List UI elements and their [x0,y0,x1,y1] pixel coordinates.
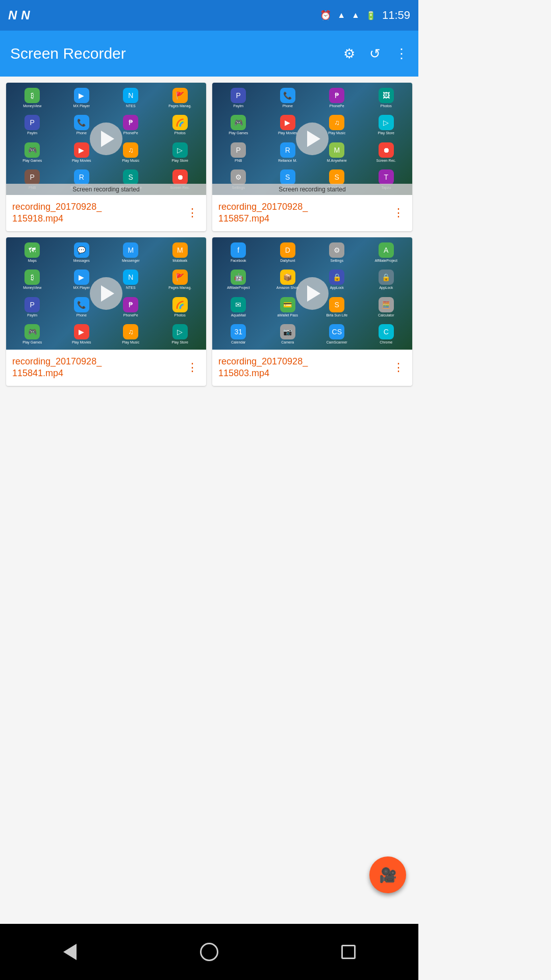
thumbnail-3[interactable]: 🗺Maps 💬Messages MMessenger MMobikwik ₿Mo… [6,237,206,350]
home-icon [200,943,218,961]
recording-banner-1: Screen recording started [6,184,206,195]
signal-icon-2: ▲ [352,11,360,20]
recents-icon [341,945,356,959]
recording-name-4: recording_20170928_115803.mp4 [218,356,391,380]
play-button-4[interactable] [296,277,329,310]
home-button[interactable] [196,939,222,965]
card-footer-2: recording_20170928_115857.mp4 ⋮ [212,195,412,231]
app-title: Screen Recorder [10,45,343,62]
status-bar: N N ⏰ ▲ ▲ 🔋 11:59 [0,0,418,31]
app-bar: Screen Recorder ⚙ ↺ ⋮ [0,31,418,77]
play-button-1[interactable] [90,122,122,155]
record-fab[interactable]: 🎥 [369,856,406,893]
recording-name-2: recording_20170928_115857.mp4 [218,201,391,225]
recordings-grid: ₿MoneyView ▶MX Player NNTES 🚩Pages Manag… [6,83,412,386]
notification-icon-2: N [21,8,30,22]
recording-name-1: recording_20170928_115918.mp4 [12,201,185,225]
more-options-2[interactable]: ⋮ [391,204,406,222]
back-button[interactable] [57,939,83,965]
alarm-icon: ⏰ [320,10,331,21]
app-bar-actions: ⚙ ↺ ⋮ [343,46,408,62]
more-options-4[interactable]: ⋮ [391,359,406,376]
thumbnail-4[interactable]: fFacebook DDailyhunt ⚙Settings AAffiliat… [212,237,412,350]
recording-name-3: recording_20170928_115841.mp4 [12,356,185,380]
thumbnail-1[interactable]: ₿MoneyView ▶MX Player NNTES 🚩Pages Manag… [6,83,206,195]
more-options-3[interactable]: ⋮ [185,359,200,376]
more-options-button[interactable]: ⋮ [395,46,408,62]
play-button-2[interactable] [296,122,329,155]
content-area: ₿MoneyView ▶MX Player NNTES 🚩Pages Manag… [0,77,418,392]
recording-card-4[interactable]: fFacebook DDailyhunt ⚙Settings AAffiliat… [212,237,412,386]
status-bar-left: N N [8,8,30,22]
battery-icon: 🔋 [366,11,376,20]
clock: 11:59 [382,9,410,22]
more-options-1[interactable]: ⋮ [185,204,200,222]
card-footer-3: recording_20170928_115841.mp4 ⋮ [6,350,206,386]
thumbnail-2[interactable]: PPaytm 📞Phone ₱PhonePe 🖼Photos 🎮Play Gam… [212,83,412,195]
refresh-button[interactable]: ↺ [369,46,381,62]
card-footer-1: recording_20170928_115918.mp4 ⋮ [6,195,206,231]
card-footer-4: recording_20170928_115803.mp4 ⋮ [212,350,412,386]
recording-card-1[interactable]: ₿MoneyView ▶MX Player NNTES 🚩Pages Manag… [6,83,206,231]
recording-banner-2: Screen recording started [212,184,412,195]
recording-card-2[interactable]: PPaytm 📞Phone ₱PhonePe 🖼Photos 🎮Play Gam… [212,83,412,231]
recording-card-3[interactable]: 🗺Maps 💬Messages MMessenger MMobikwik ₿Mo… [6,237,206,386]
navigation-bar [0,924,418,980]
play-button-3[interactable] [90,277,122,310]
signal-icon-1: ▲ [337,11,345,20]
notification-icon-1: N [8,8,17,22]
record-icon: 🎥 [379,867,397,884]
status-bar-right: ⏰ ▲ ▲ 🔋 11:59 [320,9,410,22]
settings-button[interactable]: ⚙ [343,46,355,62]
recents-button[interactable] [336,939,361,965]
back-icon [63,944,77,960]
